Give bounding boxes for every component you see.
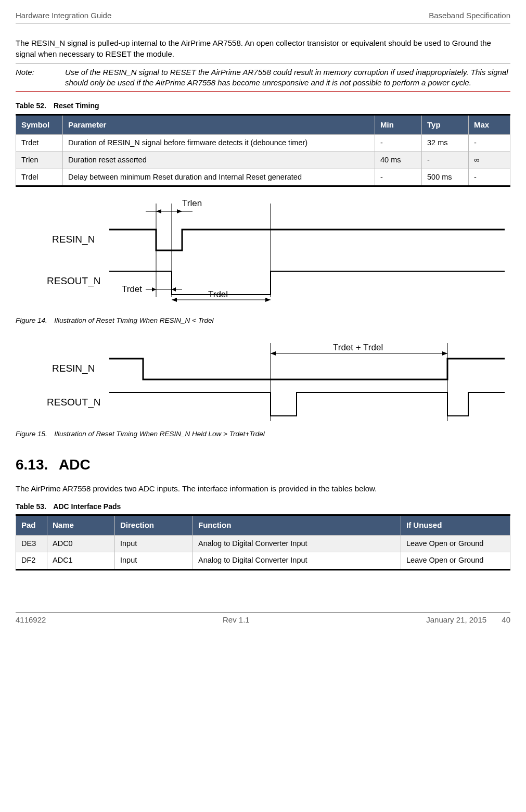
footer-docnum: 4116922: [16, 615, 46, 625]
cell: Delay between minimum Reset duration and…: [63, 169, 375, 186]
svg-marker-15: [271, 351, 276, 356]
cell: Input: [115, 535, 193, 552]
trdel-label: Trdel: [208, 289, 228, 299]
th-ifunused: If Unused: [401, 515, 510, 535]
footer-pagenum: 40: [502, 615, 510, 624]
cell: Leave Open or Ground: [401, 552, 510, 570]
resin-label-2: RESIN_N: [52, 363, 95, 374]
cell: 500 ms: [422, 169, 469, 186]
th-symbol: Symbol: [16, 115, 63, 135]
svg-marker-10: [172, 298, 177, 302]
figure14-caption: Figure 14. Illustration of Reset Timing …: [16, 316, 510, 325]
section-paragraph: The AirPrime AR7558 provides two ADC inp…: [16, 484, 510, 494]
cell: Trlen: [16, 151, 63, 169]
cell: Duration reset asserted: [63, 151, 375, 169]
th-max: Max: [469, 115, 510, 135]
table-row: Trdet Duration of RESIN_N signal before …: [16, 135, 510, 152]
table52: Symbol Parameter Min Typ Max Trdet Durat…: [16, 114, 510, 187]
page-footer: 4116922 Rev 1.1 January 21, 2015 40: [16, 612, 510, 625]
table-row: Trdel Delay between minimum Reset durati…: [16, 169, 510, 186]
note-box: Note: Use of the RESIN_N signal to RESET…: [16, 64, 510, 92]
trlen-label: Trlen: [182, 198, 202, 208]
cell: DE3: [16, 535, 47, 552]
cell: -: [422, 151, 469, 169]
cell: ADC1: [47, 552, 115, 570]
svg-marker-5: [177, 209, 182, 213]
note-label: Note:: [16, 67, 65, 88]
figure15-caption: Figure 15. Illustration of Reset Timing …: [16, 429, 510, 439]
intro-paragraph: The RESIN_N signal is pulled-up internal…: [16, 38, 510, 59]
th-name: Name: [47, 515, 115, 535]
svg-marker-16: [442, 351, 447, 356]
th-direction: Direction: [115, 515, 193, 535]
table52-caption: Table 52. Reset Timing: [16, 101, 510, 111]
th-min: Min: [375, 115, 422, 135]
resout-label-2: RESOUT_N: [47, 397, 100, 408]
table-row: DF2 ADC1 Input Analog to Digital Convert…: [16, 552, 510, 570]
cell: Duration of RESIN_N signal before firmwa…: [63, 135, 375, 152]
cell: Analog to Digital Converter Input: [193, 552, 401, 570]
page-header: Hardware Integration Guide Baseband Spec…: [16, 10, 510, 23]
footer-date: January 21, 2015: [426, 615, 486, 624]
header-left: Hardware Integration Guide: [16, 10, 111, 21]
table53-caption: Table 53. ADC Interface Pads: [16, 502, 510, 512]
th-parameter: Parameter: [63, 115, 375, 135]
th-function: Function: [193, 515, 401, 535]
cell: Analog to Digital Converter Input: [193, 535, 401, 552]
cell: 40 ms: [375, 151, 422, 169]
cell: -: [469, 135, 510, 152]
svg-marker-7: [152, 287, 156, 291]
section-heading: 6.13. ADC: [16, 455, 510, 475]
header-right: Baseband Specification: [429, 10, 510, 21]
svg-marker-4: [156, 209, 161, 213]
cell: Leave Open or Ground: [401, 535, 510, 552]
cell: Input: [115, 552, 193, 570]
figure14: RESIN_N RESOUT_N Trlen Trdet Trdel: [16, 193, 510, 313]
trdet-trdel-label: Trdet + Trdel: [333, 342, 383, 352]
cell: DF2: [16, 552, 47, 570]
cell: 32 ms: [422, 135, 469, 152]
cell: Trdel: [16, 169, 63, 186]
table-row: DE3 ADC0 Input Analog to Digital Convert…: [16, 535, 510, 552]
table53: Pad Name Direction Function If Unused DE…: [16, 514, 510, 570]
cell: ∞: [469, 151, 510, 169]
svg-marker-8: [172, 287, 176, 291]
trdet-label: Trdet: [122, 284, 142, 294]
th-typ: Typ: [422, 115, 469, 135]
cell: Trdet: [16, 135, 63, 152]
th-pad: Pad: [16, 515, 47, 535]
cell: -: [375, 135, 422, 152]
figure15: RESIN_N RESOUT_N Trdet + Trdel: [16, 338, 510, 426]
cell: ADC0: [47, 535, 115, 552]
footer-rev: Rev 1.1: [223, 615, 250, 625]
resin-label: RESIN_N: [52, 234, 95, 245]
note-text: Use of the RESIN_N signal to RESET the A…: [65, 67, 510, 88]
svg-marker-11: [265, 298, 271, 302]
cell: -: [469, 169, 510, 186]
cell: -: [375, 169, 422, 186]
resout-label: RESOUT_N: [47, 275, 100, 287]
table-row: Trlen Duration reset asserted 40 ms - ∞: [16, 151, 510, 169]
